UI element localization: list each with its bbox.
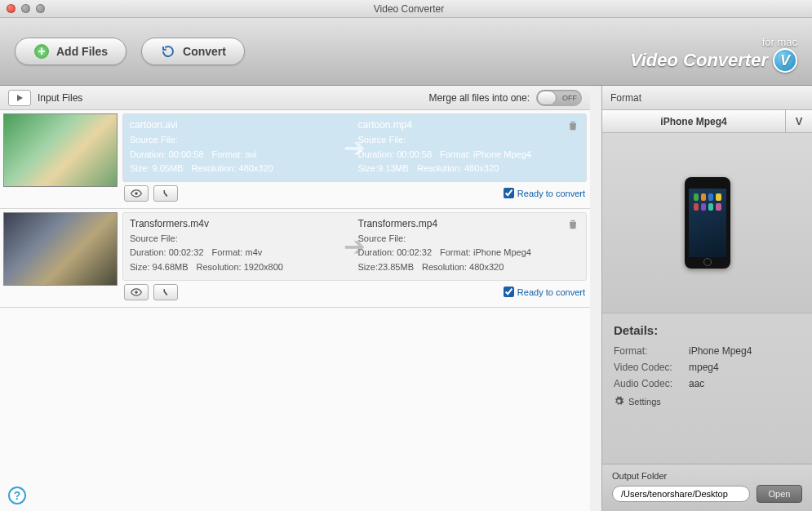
gear-icon xyxy=(614,396,624,407)
play-icon[interactable] xyxy=(8,90,31,106)
refresh-icon xyxy=(160,43,176,60)
dest-filename: cartoon.mp4 xyxy=(358,119,580,131)
svg-point-0 xyxy=(135,192,138,195)
vertical-scrollbar[interactable] xyxy=(590,86,601,511)
add-files-button[interactable]: + Add Files xyxy=(15,38,126,65)
preview-button[interactable] xyxy=(124,185,149,202)
convert-button[interactable]: Convert xyxy=(141,38,245,65)
merge-toggle[interactable]: OFF xyxy=(536,90,582,106)
details-section: Details: Format:iPhone Mpeg4 Video Codec… xyxy=(602,313,812,416)
video-thumbnail[interactable] xyxy=(3,113,118,187)
toggle-state-label: OFF xyxy=(562,94,577,102)
brand-badge-icon: V xyxy=(773,48,797,73)
detail-acodec-value: aac xyxy=(689,378,704,389)
detail-vcodec-key: Video Codec: xyxy=(614,362,689,373)
settings-button[interactable]: Settings xyxy=(614,396,801,407)
detail-acodec-key: Audio Codec: xyxy=(614,378,689,389)
list-header: Input Files Merge all files into one: OF… xyxy=(0,86,590,110)
ready-checkbox-input[interactable] xyxy=(504,188,514,198)
format-header: Format xyxy=(602,86,812,110)
brand: for mac Video Converter V xyxy=(630,36,797,73)
dest-meta: Source File: Duration: 00:00:58Format: i… xyxy=(358,133,580,176)
output-section: Output Folder /Users/tenorshare/Desktop … xyxy=(602,464,812,511)
plus-icon: + xyxy=(33,43,50,60)
file-row[interactable]: cartoon.avi Source File: Duration: 00:00… xyxy=(0,110,590,209)
ready-checkbox[interactable]: Ready to convert xyxy=(504,188,585,198)
detail-format-value: iPhone Mpeg4 xyxy=(689,345,752,357)
file-info-box: cartoon.avi Source File: Duration: 00:00… xyxy=(122,113,587,182)
delete-button[interactable] xyxy=(566,218,581,233)
brand-main: Video Converter xyxy=(630,50,768,71)
edit-button[interactable] xyxy=(153,284,178,300)
file-row[interactable]: Transformers.m4v Source File: Duration: … xyxy=(0,209,590,308)
selected-format-label: iPhone Mpeg4 xyxy=(602,110,786,132)
left-panel: Input Files Merge all files into one: OF… xyxy=(0,86,590,511)
content: Input Files Merge all files into one: OF… xyxy=(0,86,812,511)
convert-label: Convert xyxy=(183,45,226,58)
help-button[interactable]: ? xyxy=(8,487,26,504)
settings-label: Settings xyxy=(628,397,661,407)
ready-checkbox-input[interactable] xyxy=(504,287,514,297)
merge-label: Merge all files into one: xyxy=(429,92,530,104)
edit-button[interactable] xyxy=(153,185,178,202)
format-selector[interactable]: iPhone Mpeg4 V xyxy=(602,110,812,133)
add-files-label: Add Files xyxy=(56,45,108,58)
file-info-box: Transformers.m4v Source File: Duration: … xyxy=(122,212,587,281)
video-thumbnail[interactable] xyxy=(3,212,118,286)
format-dropdown-icon[interactable]: V xyxy=(786,110,812,132)
source-filename: cartoon.avi xyxy=(130,119,352,131)
source-meta: Source File: Duration: 00:00:58Format: a… xyxy=(130,133,352,176)
source-meta: Source File: Duration: 00:02:32Format: m… xyxy=(130,232,352,275)
dest-filename: Transformers.mp4 xyxy=(358,218,580,229)
preview-button[interactable] xyxy=(124,284,149,300)
open-button[interactable]: Open xyxy=(757,485,802,503)
ready-checkbox[interactable]: Ready to convert xyxy=(504,287,585,297)
delete-button[interactable] xyxy=(566,119,581,134)
file-list: cartoon.avi Source File: Duration: 00:00… xyxy=(0,110,590,511)
toolbar: + Add Files Convert for mac Video Conver… xyxy=(0,18,812,86)
detail-format-key: Format: xyxy=(614,345,689,357)
source-filename: Transformers.m4v xyxy=(130,218,352,229)
titlebar: Video Converter xyxy=(0,0,812,18)
device-preview xyxy=(602,133,812,313)
output-path-input[interactable]: /Users/tenorshare/Desktop xyxy=(612,486,750,502)
phone-icon xyxy=(685,177,730,269)
dest-meta: Source File: Duration: 00:02:32Format: i… xyxy=(358,232,580,275)
toggle-knob xyxy=(537,91,557,105)
details-title: Details: xyxy=(614,323,801,337)
detail-vcodec-value: mpeg4 xyxy=(689,362,719,373)
svg-point-1 xyxy=(135,291,138,294)
right-panel: Format iPhone Mpeg4 V Details: Format:iP… xyxy=(601,86,812,511)
output-folder-label: Output Folder xyxy=(612,471,802,481)
brand-sub: for mac xyxy=(630,36,797,48)
window-title: Video Converter xyxy=(12,3,805,15)
input-files-label: Input Files xyxy=(38,92,82,104)
